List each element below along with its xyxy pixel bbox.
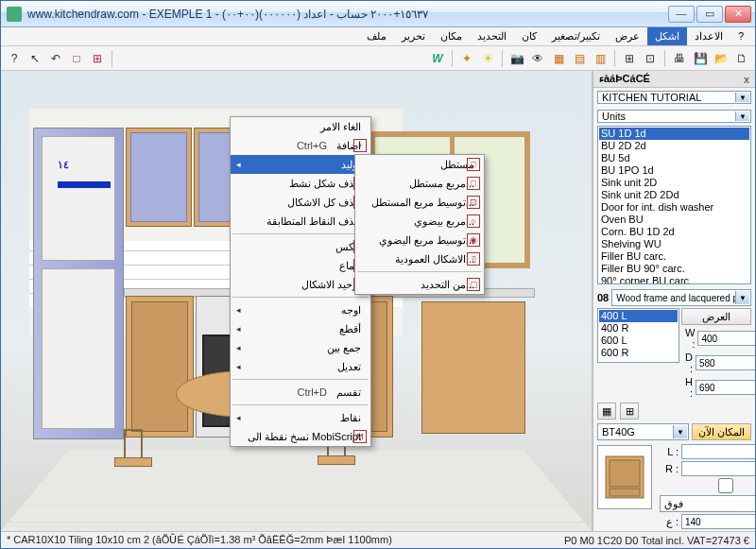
list-item[interactable]: Door for int. dish washer <box>599 201 749 214</box>
list-item[interactable]: Sink unit 2D 2Dd <box>599 189 749 201</box>
maximize-button[interactable]: ▭ <box>696 6 723 23</box>
menu-item[interactable]: تكبير/تصغير <box>544 27 608 45</box>
tool-viewplan-icon[interactable]: ▥ <box>591 49 610 68</box>
l-input[interactable] <box>681 444 755 459</box>
item-list[interactable]: SU 1D 1dBU 2D 2dBU 5dBU 1PO 1dSink unit … <box>597 126 751 284</box>
tool-help-icon[interactable]: ? <box>5 49 24 68</box>
menu-item[interactable]: الاعداد <box>687 27 730 45</box>
list-item[interactable]: Shelving WU <box>599 238 749 250</box>
menu-row[interactable]: +اضافةCtrl+G <box>231 136 370 155</box>
tool-pointer-icon[interactable]: ↖ <box>26 49 44 68</box>
menu-row[interactable]: تعديل◂ <box>231 357 370 376</box>
list-item[interactable]: BU 1PO 1d <box>599 164 749 177</box>
width-input[interactable] <box>697 331 755 346</box>
menu-row[interactable]: اوجه◂ <box>231 300 370 319</box>
svg-rect-2 <box>610 489 640 496</box>
list-item[interactable]: Filler BU carc. <box>599 250 749 263</box>
menu-row[interactable]: أقطع◂ <box>231 319 370 338</box>
menu-item[interactable]: ملف <box>359 27 394 45</box>
model-combo[interactable]: BT40G▼ <box>597 423 689 440</box>
chevron-down-icon[interactable]: ▼ <box>735 112 749 121</box>
menu-item[interactable]: كان <box>514 27 544 45</box>
height-input[interactable] <box>696 380 755 395</box>
list-item[interactable]: Sink unit 2D <box>599 177 749 189</box>
r-input[interactable] <box>681 461 755 476</box>
tool-save-icon[interactable]: 💾 <box>691 49 710 68</box>
icon-btn1[interactable]: ▦ <box>597 403 616 420</box>
close-button[interactable]: ✕ <box>725 6 751 23</box>
tool-light-icon[interactable]: ☀ <box>478 49 497 68</box>
3d-viewport[interactable]: ١٤ الغاء الامر+اضافةCtrl+Gتوليد◂×حذف شكل… <box>1 71 593 531</box>
menu-item[interactable]: تحرير <box>394 27 433 45</box>
menu-row[interactable]: نقاط◂ <box>231 408 370 427</box>
icon-btn2[interactable]: ⊞ <box>620 403 639 420</box>
menu-row[interactable]: ○...مربع بيضوي <box>355 212 484 231</box>
menu-item[interactable]: ? <box>730 27 751 45</box>
item-thumbnail <box>597 445 652 509</box>
menu-row[interactable]: ⊞جماع <box>231 256 370 275</box>
menu-row[interactable]: ▢...من التحديد <box>355 275 484 294</box>
list-item[interactable]: 400 L <box>599 310 678 322</box>
menu-row[interactable]: توليد◂ <box>231 155 370 174</box>
catalog-panel: ءàáÞCáCÉ x KITCHEN TUTORIAL▼ Units▼ SU 1… <box>593 71 755 531</box>
generate-submenu[interactable]: □مستطل□...مربع مستطل⊡...توسيط مربع المست… <box>354 154 485 295</box>
list-item[interactable]: SU 1D 1d <box>599 128 749 140</box>
tool-print-icon[interactable]: 🖶 <box>670 49 689 68</box>
list-item[interactable]: Corn. BU 1D 2d <box>599 226 749 238</box>
size-list[interactable]: 400 L400 R600 L600 R <box>597 308 679 363</box>
tool-add-icon[interactable]: □ <box>67 49 86 68</box>
menu-item[interactable]: اشكل <box>647 27 687 45</box>
menu-row[interactable]: □...مربع مستطل <box>355 174 484 193</box>
menu-row[interactable]: □مستطل <box>355 155 484 174</box>
menu-row[interactable]: حذف النقاط المتطابقة <box>231 212 370 231</box>
panel-close-icon[interactable]: x <box>744 74 749 85</box>
tool-shape-icon[interactable]: ⊞ <box>88 49 107 68</box>
tool-open-icon[interactable]: 📂 <box>712 49 730 68</box>
list-item[interactable]: BU 5d <box>599 152 749 164</box>
place-button[interactable]: المكان الآن <box>692 423 751 440</box>
menu-item[interactable]: التحديد <box>470 27 514 45</box>
list-item[interactable]: Oven BU <box>599 214 749 226</box>
tool-viewelev-icon[interactable]: ▤ <box>570 49 589 68</box>
section-combo[interactable]: Units▼ <box>597 110 751 123</box>
menu-item[interactable]: مكان <box>433 27 470 45</box>
menu-row[interactable]: □توحيد الاشكال <box>231 275 370 294</box>
shape-menu[interactable]: الغاء الامر+اضافةCtrl+Gتوليد◂×حذف شكل نش… <box>230 116 371 447</box>
tool-eye-icon[interactable]: 👁 <box>528 49 547 68</box>
list-item[interactable]: BU 2D 2d <box>599 140 749 152</box>
alt-input[interactable] <box>681 514 755 529</box>
tool-new-icon[interactable]: 🗋 <box>732 49 751 68</box>
tool-undo-icon[interactable]: ↶ <box>46 49 65 68</box>
menubar: ?الاعداداشكلعرضتكبير/تصغيركانالتحديدمكان… <box>1 27 755 46</box>
tool-grid2-icon[interactable]: ⊡ <box>641 49 660 68</box>
tool-plan-icon[interactable]: ✦ <box>457 49 476 68</box>
menu-row[interactable]: ×حذف كل الاشكال <box>231 193 370 212</box>
chevron-down-icon[interactable]: ▼ <box>735 93 749 102</box>
tool-view3d-icon[interactable]: ▦ <box>549 49 568 68</box>
list-item[interactable]: 600 R <box>599 347 678 359</box>
menu-row[interactable]: تقسمCtrl+D <box>231 383 370 402</box>
menu-item[interactable]: عرض <box>608 27 647 45</box>
finish-combo[interactable]: Wood frame and lacquered par▼ <box>611 289 751 306</box>
menu-row[interactable]: MMobiScript نسخ نقطة الى <box>231 427 370 446</box>
menu-row[interactable]: الغاء الامر <box>231 117 370 136</box>
menu-row[interactable]: ×حذف شكل نشط <box>231 174 370 193</box>
open-checkbox[interactable] <box>660 478 755 493</box>
menu-row[interactable]: جمع بين◂ <box>231 338 370 357</box>
depth-input[interactable] <box>696 355 755 370</box>
tool-camera-icon[interactable]: 📷 <box>507 49 526 68</box>
list-item[interactable]: 400 R <box>599 322 678 335</box>
list-item[interactable]: 90° corner BU carc. <box>599 275 749 284</box>
menu-row[interactable]: ↔عكس <box>231 237 370 256</box>
list-item[interactable]: Filler BU 90° carc. <box>599 263 749 275</box>
tool-grid1-icon[interactable]: ⊞ <box>620 49 639 68</box>
menu-row[interactable]: ⊡...توسيط مربع المستطل <box>355 193 484 212</box>
minimize-button[interactable]: — <box>668 6 695 23</box>
width-button[interactable]: العرض <box>681 308 751 325</box>
list-item[interactable]: 600 L <box>599 335 678 347</box>
catalog-combo[interactable]: KITCHEN TUTORIAL▼ <box>597 91 751 104</box>
tool-w-icon[interactable]: W <box>428 49 447 68</box>
pos-combo[interactable]: فوق▼ <box>660 495 755 512</box>
menu-row[interactable]: ◉...توسيط مربع اليضوي <box>355 231 484 249</box>
menu-row[interactable]: ▯...الاشكال العمودية <box>355 249 484 268</box>
